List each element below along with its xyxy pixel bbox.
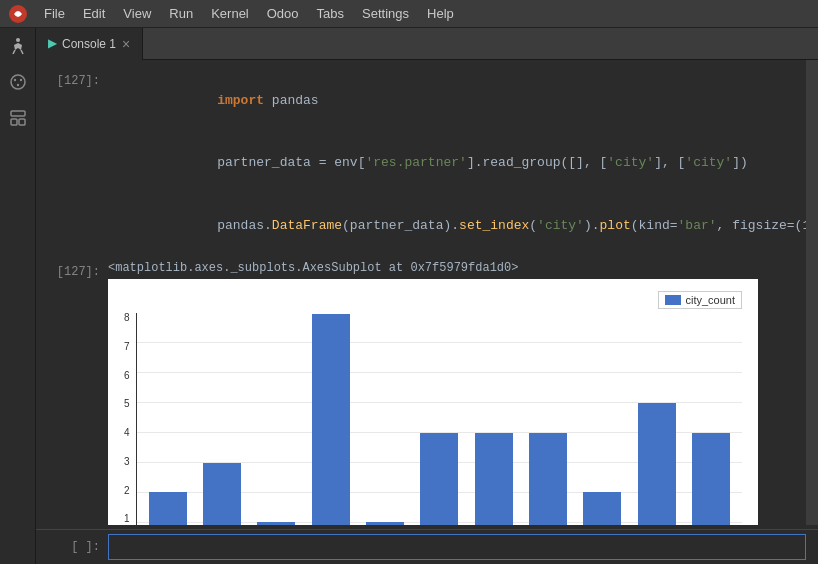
- str-bar: 'bar': [678, 218, 717, 233]
- fn-dataframe: DataFrame: [272, 218, 342, 233]
- bar-auburn: [203, 463, 241, 525]
- plain-plot: ).: [584, 218, 600, 233]
- bar-columbia: [312, 314, 350, 525]
- menubar: File Edit View Run Kernel Odoo Tabs Sett…: [0, 0, 818, 28]
- menu-file[interactable]: File: [36, 4, 73, 23]
- sidebar: [0, 28, 36, 564]
- plain-pandas2: pandas.: [217, 218, 272, 233]
- bar-franklin: [420, 433, 458, 525]
- bar-group-scranton: [521, 313, 575, 525]
- new-input-cell: [ ]:: [36, 529, 818, 564]
- input-content-127: import pandas partner_data = env['res.pa…: [108, 70, 806, 257]
- plain-pandas: pandas: [264, 93, 319, 108]
- plain-bracket: ], [: [654, 155, 685, 170]
- code-line-1: import pandas: [108, 70, 806, 132]
- bar-group-somewhere: [575, 313, 629, 525]
- output-content-127: <matplotlib.axes._subplots.AxesSubplot a…: [108, 261, 806, 525]
- bar-tampa: [638, 403, 676, 525]
- fn-setindex: set_index: [459, 218, 529, 233]
- y-label-2: 2: [124, 486, 130, 496]
- tab-label: Console 1: [62, 37, 116, 51]
- y-label-1: 1: [124, 514, 130, 524]
- str-city2: 'city': [685, 155, 732, 170]
- output-cell-127: [127]: <matplotlib.axes._subplots.AxesSu…: [36, 259, 806, 525]
- bar-somewhere: [583, 492, 621, 525]
- plain-read: ].read_group([], [: [467, 155, 607, 170]
- y-label-4: 4: [124, 428, 130, 438]
- bar-group-columbia: [304, 313, 358, 525]
- tab-bar: ▶ Console 1 ×: [36, 28, 818, 60]
- output-prompt-127: [127]:: [36, 261, 108, 525]
- menu-odoo[interactable]: Odoo: [259, 4, 307, 23]
- output-text-127: <matplotlib.axes._subplots.AxesSubplot a…: [108, 261, 794, 275]
- y-label-5: 5: [124, 399, 130, 409]
- svg-rect-8: [19, 119, 25, 125]
- notebook: [127]: import pandas partner_data = env[…: [36, 60, 806, 525]
- bar-scranton: [529, 433, 567, 525]
- svg-rect-6: [11, 111, 25, 116]
- menu-settings[interactable]: Settings: [354, 4, 417, 23]
- chart-title-area: city_count: [124, 291, 742, 309]
- svg-point-3: [13, 79, 15, 81]
- keyword-import: import: [217, 93, 264, 108]
- bar-group-white-tanks: [684, 313, 738, 525]
- code-line-2: partner_data = env['res.partner'].read_g…: [108, 132, 806, 194]
- y-label-3: 3: [124, 457, 130, 467]
- chart-container: city_count 8 7 6 5: [108, 279, 758, 525]
- bar-group-bayonne: [249, 313, 303, 525]
- plain-bracket2: ]): [732, 155, 748, 170]
- str-city3: 'city': [537, 218, 584, 233]
- str-res-partner: 'res.partner': [365, 155, 466, 170]
- bar-jonesboro: [475, 433, 513, 525]
- chart-area: 8 7 6 5 4 3 2 1 0: [124, 313, 742, 525]
- svg-rect-7: [11, 119, 17, 125]
- bar-group-jonesboro: [466, 313, 520, 525]
- menu-edit[interactable]: Edit: [75, 4, 113, 23]
- bars-area: [136, 313, 742, 525]
- bar-bayonne: [257, 522, 295, 525]
- menu-run[interactable]: Run: [161, 4, 201, 23]
- menu-tabs[interactable]: Tabs: [309, 4, 352, 23]
- console-tab[interactable]: ▶ Console 1 ×: [36, 28, 143, 60]
- y-axis: 8 7 6 5 4 3 2 1 0: [124, 313, 136, 525]
- menu-kernel[interactable]: Kernel: [203, 4, 257, 23]
- app-icon: [8, 4, 28, 24]
- str-city1: 'city': [607, 155, 654, 170]
- input-cell-127: [127]: import pandas partner_data = env[…: [36, 68, 806, 259]
- bar-asheville: [149, 492, 187, 525]
- bar-group-eugene: [358, 313, 412, 525]
- sidebar-layout-icon[interactable]: [8, 108, 28, 128]
- input-prompt-127: [127]:: [36, 70, 108, 257]
- tab-close-button[interactable]: ×: [122, 36, 130, 52]
- new-input-field[interactable]: [108, 534, 806, 560]
- svg-point-5: [16, 84, 18, 86]
- y-label-6: 6: [124, 371, 130, 381]
- sidebar-runner-icon[interactable]: [8, 36, 28, 56]
- menu-view[interactable]: View: [115, 4, 159, 23]
- bar-group-franklin: [412, 313, 466, 525]
- plain-partner: partner_data = env[: [217, 155, 365, 170]
- svg-point-2: [11, 75, 25, 89]
- content-area: ▶ Console 1 × [127]: import pandas partn…: [36, 28, 818, 564]
- scrollbar[interactable]: [806, 60, 818, 525]
- y-label-7: 7: [124, 342, 130, 352]
- plain-figsize: , figsize=(10, 4)): [717, 218, 806, 233]
- menu-help[interactable]: Help: [419, 4, 462, 23]
- new-input-prompt: [ ]:: [36, 540, 108, 554]
- bar-eugene: [366, 522, 404, 525]
- plain-args: (kind=: [631, 218, 678, 233]
- bar-group-tampa: [629, 313, 683, 525]
- bar-group-asheville: [141, 313, 195, 525]
- bar-group-auburn: [195, 313, 249, 525]
- tab-console-icon: ▶: [48, 37, 56, 50]
- sidebar-palette-icon[interactable]: [8, 72, 28, 92]
- y-label-8: 8: [124, 313, 130, 323]
- chart-inner: 8 7 6 5 4 3 2 1 0: [124, 313, 742, 525]
- svg-point-4: [19, 79, 21, 81]
- plain-si: (: [529, 218, 537, 233]
- main-layout: ▶ Console 1 × [127]: import pandas partn…: [0, 28, 818, 564]
- code-line-3: pandas.DataFrame(partner_data).set_index…: [108, 195, 806, 257]
- plain-df: (partner_data).: [342, 218, 459, 233]
- fn-plot: plot: [600, 218, 631, 233]
- bar-white-tanks: [692, 433, 730, 525]
